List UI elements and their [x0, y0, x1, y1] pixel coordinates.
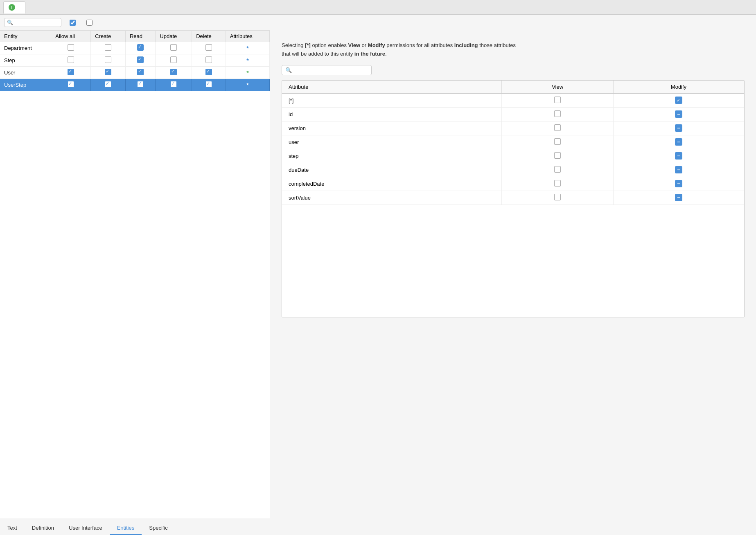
entity-attr-cell[interactable]: *: [226, 42, 269, 54]
entity-create-cell[interactable]: [91, 79, 126, 91]
attr-view-checkbox[interactable]: [554, 124, 561, 131]
tab-specific[interactable]: Specific: [142, 522, 175, 535]
entity-allow_all-cell[interactable]: [51, 54, 91, 67]
entity-update-cell[interactable]: [156, 67, 192, 79]
tab-user-interface[interactable]: User Interface: [61, 522, 110, 535]
entity-update-checkbox[interactable]: [170, 69, 177, 75]
attr-modify-minus[interactable]: −: [675, 194, 682, 201]
entity-read-checkbox[interactable]: [137, 44, 144, 51]
attr-search-input[interactable]: [293, 67, 359, 73]
entity-allow_all-cell[interactable]: [51, 67, 91, 79]
attr-view-cell[interactable]: [502, 135, 614, 149]
attr-view-checkbox[interactable]: [554, 166, 561, 173]
tab-definition[interactable]: Definition: [25, 522, 61, 535]
entity-attr-cell[interactable]: *: [226, 54, 269, 67]
attr-modify-minus[interactable]: −: [675, 138, 682, 146]
entity-allow_all-cell[interactable]: [51, 79, 91, 91]
entity-delete-checkbox[interactable]: [205, 56, 212, 63]
entity-table-row[interactable]: User*: [0, 67, 270, 79]
attr-modify-minus[interactable]: −: [675, 166, 682, 173]
toolbar: 🔍: [0, 15, 270, 31]
attr-modify-cell[interactable]: −: [613, 177, 744, 191]
assigned-only-filter[interactable]: [86, 20, 95, 26]
entity-create-checkbox[interactable]: [105, 69, 111, 75]
attr-view-checkbox[interactable]: [554, 97, 561, 103]
entity-update-cell[interactable]: [156, 79, 192, 91]
entity-delete-checkbox[interactable]: [205, 81, 212, 88]
attr-modify-cell[interactable]: −: [613, 191, 744, 205]
attr-view-checkbox[interactable]: [554, 138, 561, 145]
entity-update-checkbox[interactable]: [170, 81, 177, 88]
attr-modify-cell[interactable]: −: [613, 107, 744, 121]
entity-attr-cell[interactable]: *: [226, 67, 269, 79]
attr-view-checkbox[interactable]: [554, 194, 561, 200]
entity-create-checkbox[interactable]: [105, 44, 111, 51]
entity-delete-checkbox[interactable]: [205, 44, 212, 51]
entity-update-cell[interactable]: [156, 54, 192, 67]
entity-read-cell[interactable]: [125, 42, 155, 54]
tab-text[interactable]: Text: [0, 522, 25, 535]
entity-allow_all-checkbox[interactable]: [68, 81, 74, 88]
attr-view-cell[interactable]: [502, 93, 614, 107]
attr-modify-checked[interactable]: ✓: [675, 97, 682, 104]
attr-view-checkbox[interactable]: [554, 180, 561, 187]
entity-read-cell[interactable]: [125, 54, 155, 67]
attr-view-checkbox[interactable]: [554, 152, 561, 159]
entity-update-checkbox[interactable]: [170, 56, 177, 63]
entity-update-cell[interactable]: [156, 42, 192, 54]
entity-read-checkbox[interactable]: [137, 81, 144, 88]
entity-read-cell[interactable]: [125, 79, 155, 91]
attr-search-box[interactable]: 🔍: [282, 65, 372, 75]
attr-modify-cell[interactable]: ✓: [613, 93, 744, 107]
entity-update-checkbox[interactable]: [170, 44, 177, 51]
entity-attr-star: *: [246, 45, 248, 52]
attr-view-cell[interactable]: [502, 177, 614, 191]
assigned-only-checkbox[interactable]: [86, 20, 93, 26]
entity-delete-cell[interactable]: [192, 79, 226, 91]
entity-read-checkbox[interactable]: [137, 56, 144, 63]
col-update: Update: [156, 31, 192, 42]
attr-name-cell: step: [282, 149, 502, 163]
entity-create-checkbox[interactable]: [105, 81, 111, 88]
attr-view-cell[interactable]: [502, 149, 614, 163]
entity-read-cell[interactable]: [125, 67, 155, 79]
attr-modify-cell[interactable]: −: [613, 163, 744, 177]
attr-modify-cell[interactable]: −: [613, 149, 744, 163]
entity-search-input[interactable]: [15, 20, 56, 25]
entity-delete-cell[interactable]: [192, 54, 226, 67]
current-project-checkbox[interactable]: [70, 20, 76, 26]
entity-read-checkbox[interactable]: [137, 69, 144, 75]
attr-view-checkbox[interactable]: [554, 110, 561, 117]
attr-view-cell[interactable]: [502, 121, 614, 135]
tab-entities[interactable]: Entities: [110, 522, 142, 535]
attr-modify-cell[interactable]: −: [613, 135, 744, 149]
entity-create-cell[interactable]: [91, 67, 126, 79]
entity-delete-checkbox[interactable]: [205, 69, 212, 75]
current-project-filter[interactable]: [70, 20, 78, 26]
attr-modify-minus[interactable]: −: [675, 110, 682, 118]
entity-allow_all-checkbox[interactable]: [68, 44, 74, 51]
attr-view-cell[interactable]: [502, 107, 614, 121]
entity-create-cell[interactable]: [91, 54, 126, 67]
file-tab[interactable]: I: [3, 1, 25, 13]
entity-delete-cell[interactable]: [192, 67, 226, 79]
attr-modify-cell[interactable]: −: [613, 121, 744, 135]
attr-modify-minus[interactable]: −: [675, 124, 682, 132]
entity-table-row[interactable]: UserStep*: [0, 79, 270, 91]
attr-view-cell[interactable]: [502, 163, 614, 177]
entity-search-box[interactable]: 🔍: [4, 18, 61, 27]
entity-table-row[interactable]: Department*: [0, 42, 270, 54]
attr-modify-minus[interactable]: −: [675, 180, 682, 187]
attr-view-cell[interactable]: [502, 191, 614, 205]
entity-allow_all-checkbox[interactable]: [68, 56, 74, 63]
entity-create-cell[interactable]: [91, 42, 126, 54]
entity-attr-cell[interactable]: *: [226, 79, 269, 91]
entity-allow_all-cell[interactable]: [51, 42, 91, 54]
entity-create-checkbox[interactable]: [105, 56, 111, 63]
entity-allow_all-checkbox[interactable]: [68, 69, 74, 75]
attr-table-row: step−: [282, 149, 744, 163]
entity-delete-cell[interactable]: [192, 42, 226, 54]
tab-menu-button[interactable]: [746, 6, 753, 9]
attr-modify-minus[interactable]: −: [675, 152, 682, 160]
entity-table-row[interactable]: Step*: [0, 54, 270, 67]
